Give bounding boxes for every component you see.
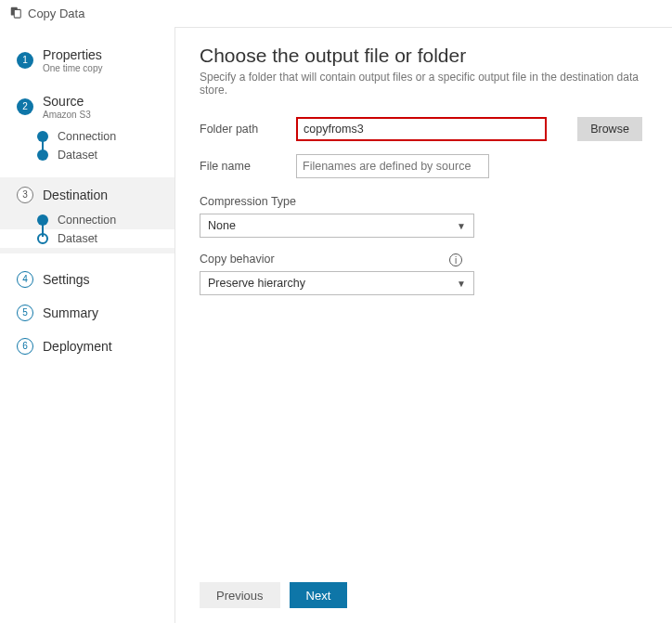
previous-button[interactable]: Previous: [200, 582, 280, 608]
main-panel: Choose the output file or folder Specify…: [174, 27, 672, 623]
step-summary[interactable]: 5 Summary: [0, 296, 174, 330]
svg-rect-1: [14, 9, 20, 18]
filename-input: [296, 154, 489, 178]
connector-line: [42, 220, 44, 237]
step-title: Source: [43, 94, 91, 109]
wizard-footer: Previous Next: [200, 582, 648, 608]
folder-path-label: Folder path: [200, 123, 296, 136]
titlebar-text: Copy Data: [28, 6, 84, 20]
compression-type-label: Compression Type: [200, 195, 648, 208]
substep-destination-dataset[interactable]: Dataset: [0, 229, 174, 248]
step-number: 3: [17, 187, 33, 203]
step-number: 6: [17, 338, 33, 355]
chevron-down-icon: ▼: [457, 221, 466, 231]
step-deployment[interactable]: 6 Deployment: [0, 330, 174, 363]
substep-label: Connection: [58, 130, 116, 143]
step-source[interactable]: 2 Source Amazon S3: [0, 90, 174, 123]
step-number: 2: [17, 98, 33, 115]
step-title: Destination: [43, 188, 108, 202]
step-number: 5: [17, 305, 33, 321]
copy-behavior-label: Copy behavior: [200, 253, 275, 266]
compression-type-select[interactable]: None ▼: [200, 214, 474, 238]
step-number: 1: [17, 52, 33, 69]
next-button[interactable]: Next: [290, 582, 348, 608]
page-description: Specify a folder that will contain outpu…: [200, 71, 648, 97]
folder-path-input[interactable]: [296, 117, 547, 141]
step-title: Settings: [43, 272, 90, 287]
browse-button[interactable]: Browse: [577, 117, 642, 141]
copy-behavior-value: Preserve hierarchy: [208, 277, 305, 290]
step-settings[interactable]: 4 Settings: [0, 263, 174, 296]
step-subtitle: Amazon S3: [43, 110, 91, 120]
chevron-down-icon: ▼: [457, 279, 466, 289]
copy-behavior-select[interactable]: Preserve hierarchy ▼: [200, 271, 474, 295]
info-icon[interactable]: i: [449, 253, 462, 266]
substep-label: Connection: [58, 214, 116, 227]
wizard-sidebar: 1 Properties One time copy 2 Source Amaz…: [0, 27, 174, 623]
page-title: Choose the output file or folder: [200, 45, 648, 67]
filename-label: File name: [200, 160, 296, 173]
titlebar: Copy Data: [0, 0, 672, 27]
step-title: Summary: [43, 305, 98, 320]
substep-source-connection[interactable]: Connection: [37, 127, 174, 146]
step-subtitle: One time copy: [43, 63, 102, 73]
step-title: Deployment: [43, 339, 112, 354]
step-number: 4: [17, 271, 33, 288]
connector-line: [42, 136, 44, 153]
step-properties[interactable]: 1 Properties One time copy: [0, 44, 174, 77]
copy-icon: [9, 6, 22, 21]
substep-source-dataset[interactable]: Dataset: [37, 146, 174, 164]
step-destination[interactable]: 3 Destination: [0, 183, 174, 207]
step-title: Properties: [43, 47, 102, 62]
substep-label: Dataset: [58, 149, 97, 162]
compression-type-value: None: [208, 219, 236, 232]
substep-label: Dataset: [58, 232, 97, 245]
substep-destination-connection[interactable]: Connection: [37, 211, 174, 229]
